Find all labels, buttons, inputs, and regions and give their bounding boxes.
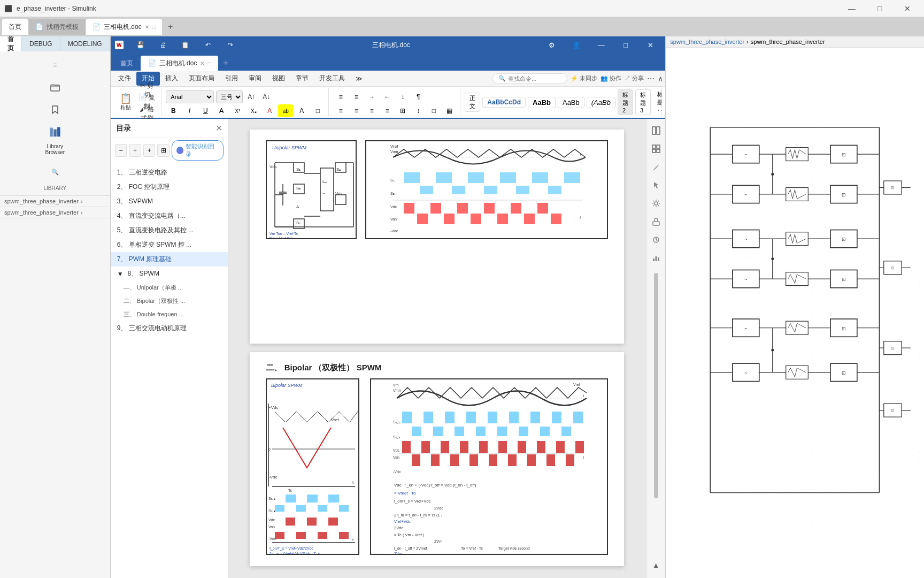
wps-format-painter-btn[interactable]: 🖌 格式刷 [136, 109, 158, 119]
wps-rib-more[interactable]: ≫ [350, 72, 368, 86]
wps-minimize-btn[interactable]: — [590, 37, 612, 52]
wps-search-input[interactable] [508, 75, 561, 82]
wps-line-spacing-btn[interactable]: ↕ [411, 104, 426, 117]
wps-print-btn[interactable]: 🖨 [152, 37, 174, 52]
wps-align-left-btn[interactable]: ≡ [333, 104, 348, 117]
wps-find-template-btn[interactable]: 📋 [175, 37, 196, 52]
wps-style-h1[interactable]: AaBbCcDd [482, 97, 526, 108]
wps-rib-chapter[interactable]: 章节 [290, 72, 314, 86]
diagram-breadcrumb-item1[interactable]: spwm_three_phase_inverter [670, 39, 744, 45]
wps-right-chart-btn[interactable] [649, 250, 664, 265]
wps-shading-btn[interactable]: ▦ [442, 104, 457, 117]
wps-rib-insert[interactable]: 插入 [160, 72, 183, 86]
wps-strikethrough-btn[interactable]: A̶ [214, 104, 229, 117]
wps-bullets-btn[interactable]: ≡ [333, 90, 348, 103]
wps-scrollbar[interactable] [646, 273, 665, 554]
wps-ribbon-more-btn[interactable]: ⋯ [647, 74, 654, 83]
wps-rib-layout[interactable]: 页面布局 [183, 72, 220, 86]
wps-scroll-up-btn[interactable]: ▲ [649, 558, 664, 573]
simulink-nav-open[interactable] [45, 78, 65, 96]
wps-outdent-btn[interactable]: ← [380, 90, 395, 103]
simulink-ribbon-tab-debug[interactable]: DEBUG [22, 36, 60, 51]
wps-style-h4[interactable]: (AaBb [587, 97, 615, 108]
wps-save-btn[interactable]: 💾 [130, 37, 151, 52]
wps-border-para-btn[interactable]: □ [426, 104, 441, 117]
simulink-tab-home[interactable]: 首页 [2, 19, 28, 35]
wps-font-selector[interactable]: Arial [166, 90, 214, 103]
toc-item-3[interactable]: 3、 SVPWM [111, 194, 228, 209]
wps-style-h3[interactable]: AaBb [558, 97, 584, 108]
wps-new-tab-btn[interactable]: + [218, 56, 233, 71]
wps-share-btn[interactable]: ↗ 分享 [625, 74, 644, 82]
wps-bold-btn[interactable]: B [166, 104, 181, 117]
toc-item-7[interactable]: 7、 PWM 原理基础 [111, 252, 228, 267]
wps-style-h2-2[interactable]: 标题 2 [618, 89, 633, 115]
wps-show-marks-btn[interactable]: ¶ [411, 90, 426, 103]
maximize-button[interactable]: □ [867, 0, 892, 17]
wps-numbering-btn[interactable]: ≡ [349, 90, 364, 103]
wps-rib-review[interactable]: 审阅 [243, 72, 267, 86]
toc-tool-minus[interactable]: − [115, 144, 127, 157]
wps-rib-devtools[interactable]: 开发工具 [314, 72, 350, 86]
wps-char-shade-btn[interactable]: A [294, 104, 309, 117]
wps-unsync-btn[interactable]: ⚡ 未同步 [571, 74, 597, 82]
toc-item-2[interactable]: 2、 FOC 控制原理 [111, 180, 228, 194]
wps-right-ai-btn[interactable] [649, 232, 664, 247]
toc-item-9[interactable]: 9、 三相交流电动机原理 [111, 321, 228, 336]
wps-right-view-btn[interactable] [649, 123, 664, 138]
breadcrumb-item2[interactable]: spwm_three_phase_inverter [4, 209, 79, 216]
toc-tool-grid[interactable]: ⊞ [157, 144, 170, 157]
wps-align-center-btn[interactable]: ≡ [349, 104, 364, 117]
simulink-nav-menu[interactable]: ≡ [45, 56, 65, 74]
wps-font-grow-btn[interactable]: A↑ [245, 91, 258, 103]
toc-tool-add[interactable]: + [143, 144, 156, 157]
breadcrumb-item1[interactable]: spwm_three_phase_inverter [4, 198, 79, 204]
diagram-breadcrumb-item2[interactable]: spwm_three_phase_inverter [751, 39, 825, 45]
toc-item-5[interactable]: 5、 直流变换电路及其控 ... [111, 223, 228, 238]
wps-tab-active[interactable]: 📄 三相电机.doc ✕ □ [141, 56, 219, 71]
wps-right-cursor-btn[interactable] [649, 178, 664, 193]
toc-tool-plus[interactable]: + [129, 144, 141, 157]
wps-columns-btn[interactable]: ⊞ [395, 104, 410, 117]
wps-paste-btn[interactable]: 📋 粘贴 [117, 90, 134, 114]
wps-underline-btn[interactable]: U [198, 104, 213, 117]
wps-right-settings-btn[interactable] [649, 196, 664, 211]
toc-item-8-1[interactable]: —、 Unipolar（单极 ... [111, 281, 228, 294]
wps-justify-btn[interactable]: ≡ [380, 104, 395, 117]
wps-right-plugin-btn[interactable] [649, 214, 664, 229]
toc-item-8[interactable]: ▼ 8、 SPWM [111, 267, 228, 281]
toc-item-1[interactable]: 1、 三相逆变电路 [111, 165, 228, 180]
wps-undo-btn[interactable]: ↶ [197, 37, 219, 52]
wps-indent-btn[interactable]: → [364, 90, 379, 103]
wps-close-btn[interactable]: ✕ [640, 37, 661, 52]
simulink-nav-library[interactable]: LibraryBrowser [41, 123, 70, 158]
wps-rib-file[interactable]: 文件 [113, 72, 136, 86]
diagram-canvas[interactable]: ~ ⊡ [666, 48, 924, 578]
wps-redo-btn[interactable]: ↷ [220, 37, 241, 52]
wps-font-shrink-btn[interactable]: A↓ [260, 91, 273, 103]
wps-ribbon-collapse-btn[interactable]: ∧ [658, 74, 663, 83]
wps-rib-view[interactable]: 视图 [267, 72, 290, 86]
doc-tab-close-icon[interactable]: ✕ [145, 24, 149, 30]
wps-rib-ref[interactable]: 引用 [220, 72, 243, 86]
wps-size-selector[interactable]: 三号 [216, 90, 243, 103]
toc-item-6[interactable]: 6、 单相逆变 SPWM 控 ... [111, 238, 228, 252]
wps-search-box[interactable]: 🔍 [492, 73, 567, 83]
wps-style-h2[interactable]: AaBb [528, 97, 556, 108]
wps-maximize-btn[interactable]: □ [615, 37, 636, 52]
wps-right-grid-btn[interactable] [649, 141, 664, 156]
wps-highlight-btn[interactable]: ab [278, 104, 293, 117]
wps-sort-btn[interactable]: ↕ [395, 90, 410, 103]
wps-sub-btn[interactable]: X₂ [246, 104, 261, 117]
toc-item-4[interactable]: 4、 直流变交流电路（... [111, 209, 228, 223]
simulink-nav-search[interactable]: 🔍 [45, 163, 65, 181]
toc-close-btn[interactable]: ✕ [215, 123, 222, 133]
wps-style-more[interactable]: 标题 ‥ [653, 89, 662, 116]
wps-super-btn[interactable]: X² [230, 104, 245, 117]
wps-font-color-btn[interactable]: A [262, 104, 277, 117]
wps-align-right-btn[interactable]: ≡ [364, 104, 379, 117]
wps-style-normal[interactable]: 正文 [465, 93, 480, 112]
wps-border-btn[interactable]: □ [310, 104, 325, 117]
wps-collab-btn[interactable]: 👥 协作 [600, 74, 621, 82]
doc-canvas[interactable]: Unipolar SPWM Vdc [228, 119, 646, 578]
